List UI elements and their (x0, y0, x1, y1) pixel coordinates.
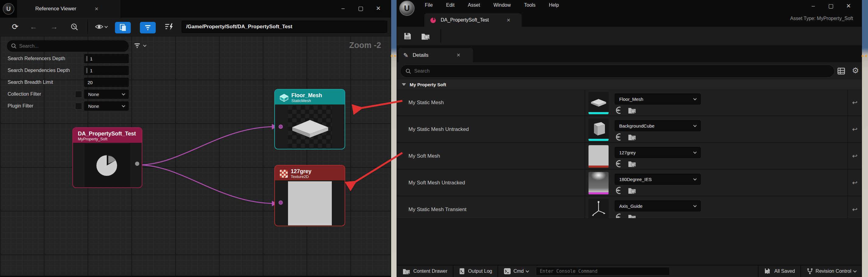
browse-to-asset-icon[interactable] (628, 106, 636, 114)
graph-search-box[interactable] (7, 40, 129, 51)
close-tab-icon[interactable]: ✕ (457, 52, 461, 58)
desktop-accent (391, 55, 397, 57)
browse-to-asset-icon[interactable] (628, 186, 636, 195)
graph-search-input[interactable] (19, 43, 117, 49)
details-search-input[interactable] (414, 68, 810, 74)
asset-picker-dropdown[interactable]: 127grey (615, 147, 701, 158)
details-search-row: ⚙ (397, 62, 862, 79)
reset-to-default-icon[interactable]: ↩ (852, 99, 858, 106)
reference-graph-canvas[interactable]: DA_PropertySoft_Test MyProperty_Soft (0, 36, 391, 277)
use-selected-asset-icon[interactable] (615, 160, 623, 168)
visibility-options-icon[interactable] (93, 18, 110, 36)
browse-to-asset-icon[interactable] (628, 133, 636, 141)
data-asset-pie-icon (85, 144, 130, 187)
plugin-filter-checkbox[interactable] (75, 103, 82, 110)
menu-help[interactable]: Help (549, 2, 559, 8)
input-pin[interactable] (279, 201, 283, 205)
reset-to-default-icon[interactable]: ↩ (852, 126, 858, 133)
tab-details[interactable]: ✎ Details ✕ (398, 48, 473, 62)
maximize-button[interactable]: ▢ (822, 1, 840, 11)
close-tab-icon[interactable]: ✕ (95, 6, 98, 12)
find-in-graph-icon[interactable] (67, 18, 81, 36)
collection-filter-dropdown[interactable]: None (84, 90, 129, 99)
menu-window[interactable]: Window (493, 2, 510, 8)
use-selected-asset-icon[interactable] (615, 133, 623, 141)
asset-picker-dropdown[interactable]: 180Degree_IES (615, 174, 701, 185)
asset-thumbnail-floor-mesh[interactable] (589, 92, 609, 114)
browse-to-asset-icon[interactable] (628, 160, 636, 168)
asset-thumbnail-background-cube[interactable] (589, 118, 609, 141)
reset-to-default-icon[interactable]: ↩ (852, 179, 858, 186)
asset-type-label: Asset Type: MyProperty_Soft (790, 16, 853, 21)
input-pin[interactable] (279, 125, 283, 129)
minimize-button[interactable]: – (334, 3, 352, 13)
asset-path-field[interactable]: /Game/Property/Soft/DA_PropertySoft_Test (182, 21, 387, 33)
show-duplicates-button[interactable] (115, 22, 131, 33)
asset-picker-dropdown[interactable]: BackgroundCube (615, 120, 701, 131)
menu-asset[interactable]: Asset (468, 2, 480, 8)
dependencies-depth-input[interactable]: 1 (84, 66, 129, 75)
console-command-input[interactable] (540, 269, 661, 274)
display-grid-icon[interactable] (837, 67, 845, 75)
all-saved-button[interactable]: All Saved (758, 266, 801, 277)
cmd-selector[interactable]: Cmd (498, 266, 534, 277)
tab-title: Details (413, 52, 429, 58)
menu-file[interactable]: File (425, 2, 433, 8)
asset-thumbnail-127grey[interactable] (589, 145, 609, 168)
reset-to-default-icon[interactable]: ↩ (852, 152, 858, 160)
refresh-icon[interactable]: ⟳ (9, 18, 21, 36)
asset-picker-dropdown[interactable]: Floor_Mesh (615, 94, 701, 104)
breadth-limit-input[interactable]: 20 (84, 78, 129, 87)
output-log-icon (459, 268, 465, 275)
spinner-handle[interactable] (86, 68, 88, 73)
chevron-down-icon (122, 92, 125, 95)
search-icon (11, 43, 17, 49)
plugin-filter-dropdown[interactable]: None (84, 101, 129, 110)
minimize-button[interactable]: – (804, 1, 822, 11)
graph-node-asset[interactable]: DA_PropertySoft_Test MyProperty_Soft (72, 127, 142, 188)
chevron-down-icon (693, 97, 696, 100)
forward-icon[interactable]: → (48, 18, 60, 36)
filters-button[interactable] (140, 22, 156, 33)
asset-picker-dropdown[interactable]: Axis_Guide (615, 201, 701, 211)
menu-edit[interactable]: Edit (446, 2, 455, 8)
tab-title: DA_PropertySoft_Test (441, 17, 489, 23)
graph-filter-menu[interactable] (134, 42, 146, 48)
use-selected-asset-icon[interactable] (615, 186, 623, 195)
unreal-logo-icon: U (399, 1, 414, 16)
output-pin[interactable] (135, 162, 139, 166)
content-drawer-button[interactable]: Content Drawer (397, 266, 453, 277)
close-button[interactable]: ✕ (370, 3, 387, 13)
revision-control-branch-icon (807, 268, 813, 275)
auto-filters-icon[interactable] (162, 18, 177, 36)
use-selected-asset-icon[interactable] (615, 106, 623, 114)
reset-to-default-icon[interactable]: ↩ (852, 206, 858, 213)
menu-tools[interactable]: Tools (524, 2, 535, 8)
referencers-depth-input[interactable]: 1 (84, 54, 129, 63)
console-command-box[interactable] (536, 267, 670, 275)
details-tab-bar: ✎ Details ✕ (397, 45, 862, 62)
title-bar[interactable]: U Reference Viewer ✕ – ▢ ✕ (0, 0, 391, 18)
maximize-button[interactable]: ▢ (352, 3, 370, 13)
revision-control-button[interactable]: Revision Control (801, 266, 862, 277)
settings-gear-icon[interactable]: ⚙ (852, 66, 859, 75)
asset-thumbnail-axis-guide[interactable] (589, 199, 609, 221)
browse-to-asset-icon[interactable] (419, 27, 432, 45)
save-icon[interactable] (401, 27, 414, 45)
category-my-property-soft[interactable]: My Property Soft (397, 79, 862, 90)
collection-filter-checkbox[interactable] (75, 91, 82, 98)
back-icon[interactable]: ← (27, 18, 39, 36)
reference-viewer-window: U Reference Viewer ✕ – ▢ ✕ ⟳ ← → (0, 0, 391, 277)
close-tab-icon[interactable]: ✕ (506, 17, 510, 23)
graph-node-127grey[interactable]: 127grey Texture2D (274, 165, 345, 226)
asset-thumbnail-ies-profile[interactable] (589, 172, 609, 195)
tab-reference-viewer[interactable]: Reference Viewer ✕ (17, 0, 120, 18)
spinner-handle[interactable] (86, 56, 88, 61)
details-search-box[interactable] (401, 65, 834, 77)
details-empty-area (397, 218, 862, 265)
chevron-down-icon (693, 124, 696, 127)
close-button[interactable]: ✕ (840, 1, 857, 11)
tab-da-propertysoft-test[interactable]: DA_PropertySoft_Test ✕ (424, 13, 522, 27)
output-log-button[interactable]: Output Log (454, 266, 498, 277)
graph-node-floor-mesh[interactable]: Floor_Mesh StaticMesh (274, 89, 345, 149)
